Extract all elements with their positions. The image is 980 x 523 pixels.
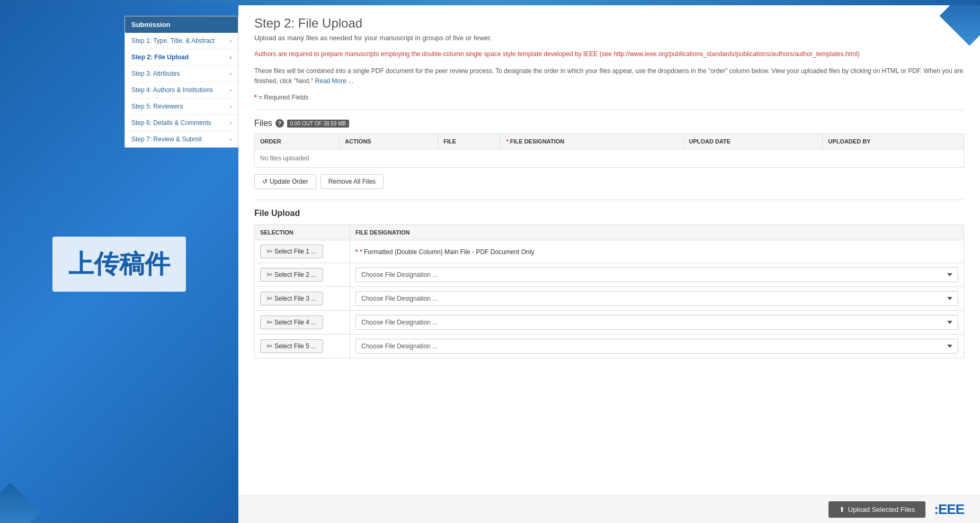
- clip-icon-4: ✄: [267, 319, 272, 326]
- sidebar-item-step7-label: Step 7: Review & Submit: [131, 136, 202, 143]
- sidebar-item-step6-label: Step 6: Details & Comments: [131, 119, 211, 127]
- upload-row-4: ✄ Select File 4 ... Choose File Designat…: [255, 311, 964, 335]
- main-wrapper: 上传稿件 Submission Step 1: Type, Title, & A…: [0, 5, 980, 523]
- chevron-icon-step1: ›: [230, 38, 231, 44]
- col-order: ORDER: [255, 134, 340, 149]
- upload-table: SELECTION FILE DESIGNATION ✄ Select File…: [254, 224, 964, 358]
- sidebar-item-step6[interactable]: Step 6: Details & Comments ›: [125, 115, 238, 131]
- corner-decoration-bl: [0, 481, 42, 523]
- select-file-3-button[interactable]: ✄ Select File 3 ...: [260, 292, 323, 305]
- sidebar-header: Submission: [125, 16, 238, 33]
- files-section: Files ? 0.00 OUT OF 38.59 MB ORDER ACTIO…: [254, 119, 964, 189]
- warning-text: Authors are required to prepare manuscri…: [254, 49, 964, 59]
- sidebar-item-step4[interactable]: Step 4: Authors & Institutions ›: [125, 82, 238, 98]
- upload-icon: ⬆: [839, 506, 845, 513]
- files-table: ORDER ACTIONS FILE * FILE DESIGNATION UP…: [254, 133, 964, 168]
- select-file-4-button[interactable]: ✄ Select File 4 ...: [260, 315, 323, 329]
- upload-row-3: ✄ Select File 3 ... Choose File Designat…: [255, 287, 964, 311]
- chevron-icon-step3: ›: [230, 71, 231, 77]
- file-designation-2-dropdown[interactable]: Choose File Designation ...: [355, 267, 958, 282]
- corner-decoration-tr: [938, 5, 980, 48]
- file-designation-5-dropdown[interactable]: Choose File Designation ...: [355, 339, 958, 354]
- sidebar-item-step1-label: Step 1: Type, Title, & Abstract: [131, 37, 215, 44]
- sidebar-item-step2[interactable]: Step 2: File Upload ›: [125, 49, 238, 66]
- sidebar-item-step7[interactable]: Step 7: Review & Submit ›: [125, 131, 238, 147]
- col-actions: ACTIONS: [340, 134, 438, 149]
- section-divider-1: [254, 110, 964, 110]
- footer-bar: ⬆ Upload Selected Files :EEE: [238, 495, 980, 523]
- col-uploaded-by: UPLOADED BY: [823, 134, 964, 149]
- left-panel: 上传稿件 Submission Step 1: Type, Title, & A…: [0, 5, 238, 523]
- storage-badge: 0.00 OUT OF 38.59 MB: [287, 120, 349, 128]
- upload-row-5: ✄ Select File 5 ... Choose File Designat…: [255, 335, 964, 358]
- sidebar-item-step5-label: Step 5: Reviewers: [131, 103, 183, 110]
- ieee-logo: :EEE: [934, 501, 964, 518]
- select-file-1-button[interactable]: ✄ Select File 1 ...: [260, 245, 323, 258]
- chevron-icon-step4: ›: [230, 87, 231, 93]
- sidebar-item-step1[interactable]: Step 1: Type, Title, & Abstract ›: [125, 33, 238, 49]
- required-note: * = Required Fields: [254, 94, 964, 101]
- sidebar-item-step2-label: Step 2: File Upload: [131, 53, 189, 61]
- upload-selected-button[interactable]: ⬆ Upload Selected Files: [828, 501, 925, 518]
- remove-all-files-button[interactable]: Remove All Files: [320, 174, 384, 189]
- upload-section-title: File Upload: [254, 209, 964, 218]
- sidebar-item-step5[interactable]: Step 5: Reviewers ›: [125, 98, 238, 115]
- update-order-button[interactable]: ↺ Update Order: [254, 174, 316, 189]
- col-file-designation: * FILE DESIGNATION: [501, 134, 683, 149]
- content-area: Step 2: File Upload Upload as many files…: [238, 5, 980, 523]
- upload-section: File Upload SELECTION FILE DESIGNATION ✄: [254, 209, 964, 358]
- info-text: These files will be combined into a sing…: [254, 66, 964, 86]
- clip-icon-5: ✄: [267, 342, 272, 350]
- col-selection: SELECTION: [255, 225, 350, 240]
- refresh-icon: ↺: [262, 178, 268, 185]
- select-file-5-button[interactable]: ✄ Select File 5 ...: [260, 339, 323, 353]
- clip-icon-1: ✄: [267, 248, 272, 255]
- chevron-icon-step6: ›: [230, 120, 231, 126]
- file-designation-4-dropdown[interactable]: Choose File Designation ...: [355, 315, 958, 330]
- clip-icon-2: ✄: [267, 271, 272, 278]
- page-subtitle: Upload as many files as needed for your …: [254, 34, 964, 42]
- file-designation-3-dropdown[interactable]: Choose File Designation ...: [355, 291, 958, 306]
- col-file-designation-upload: FILE DESIGNATION: [350, 225, 964, 240]
- chevron-icon-step5: ›: [230, 104, 231, 110]
- upload-row-2: ✄ Select File 2 ... Choose File Designat…: [255, 263, 964, 287]
- files-section-title: Files ? 0.00 OUT OF 38.59 MB: [254, 119, 964, 128]
- page-title: Step 2: File Upload: [254, 16, 964, 31]
- ieee-logo-text: :EEE: [934, 501, 964, 518]
- section-divider-2: [254, 200, 964, 200]
- footer-spacer: [254, 369, 964, 401]
- col-file: FILE: [438, 134, 501, 149]
- chevron-icon-step2: ›: [230, 55, 231, 60]
- required-star: *: [254, 94, 257, 101]
- chevron-icon-step7: ›: [230, 137, 231, 142]
- no-files-row: No files uploaded: [255, 149, 964, 168]
- upload-row-1: ✄ Select File 1 ... * * Formatted (Doubl…: [255, 240, 964, 263]
- select-file-2-button[interactable]: ✄ Select File 2 ...: [260, 268, 323, 282]
- sidebar-item-step3[interactable]: Step 3: Attributes ›: [125, 66, 238, 82]
- sidebar-nav: Submission Step 1: Type, Title, & Abstra…: [124, 16, 238, 148]
- files-info-icon[interactable]: ?: [275, 119, 284, 128]
- table-actions: ↺ Update Order Remove All Files: [254, 174, 964, 189]
- read-more-link[interactable]: Read More ...: [315, 77, 354, 85]
- sidebar-item-step4-label: Step 4: Authors & Institutions: [131, 86, 213, 94]
- file-designation-1-text: * * Formatted (Double Column) Main File …: [355, 248, 534, 256]
- sidebar-item-step3-label: Step 3: Attributes: [131, 70, 180, 77]
- no-files-text: No files uploaded: [255, 149, 964, 168]
- clip-icon-3: ✄: [267, 295, 272, 302]
- chinese-title: 上传稿件: [52, 237, 186, 292]
- col-upload-date: UPLOAD DATE: [683, 134, 823, 149]
- top-bar: [0, 0, 980, 5]
